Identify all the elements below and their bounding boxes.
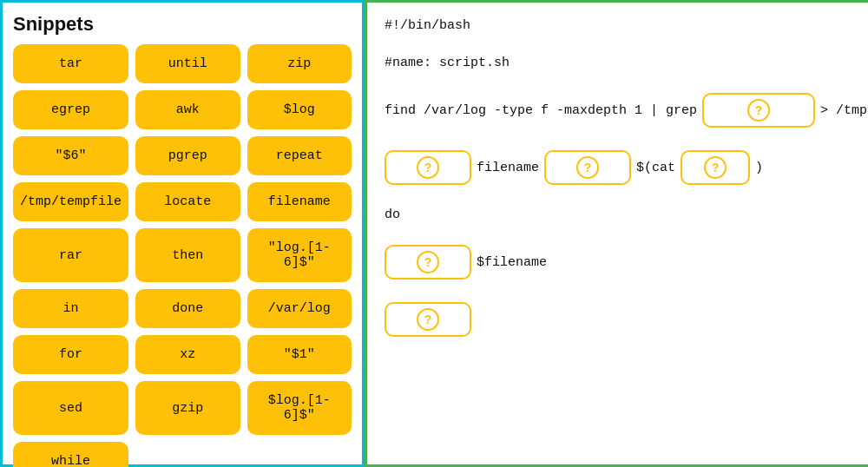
redirect-text: > /tmp/tempfile (820, 103, 868, 118)
question-icon-2: ? (417, 156, 439, 179)
snippet-pgrep[interactable]: pgrep (135, 136, 240, 175)
snippet-varlog[interactable]: /var/log (247, 289, 352, 328)
snippet-6[interactable]: "$6" (13, 136, 128, 175)
shebang-text: #!/bin/bash (385, 18, 470, 33)
snippet-gzip[interactable]: gzip (135, 381, 240, 435)
find-line: find /var/log -type f -maxdepth 1 | grep… (385, 93, 868, 128)
placeholder-grep-arg[interactable]: ? (702, 93, 815, 128)
snippet-log16[interactable]: "log.[1-6]$" (247, 228, 352, 282)
body-line1: ? $filename (385, 245, 868, 280)
snippet-for[interactable]: for (13, 335, 128, 374)
snippet-repeat[interactable]: repeat (247, 136, 352, 175)
shebang-line: #!/bin/bash (385, 18, 868, 33)
snippet-zip[interactable]: zip (247, 44, 352, 83)
snippet-1[interactable]: "$1" (247, 335, 352, 374)
snippet-tmpfile[interactable]: /tmp/tempfile (13, 182, 128, 221)
question-icon-3: ? (576, 156, 599, 179)
find-text: find /var/log -type f -maxdepth 1 | grep (385, 103, 697, 118)
snippet-awk[interactable]: awk (135, 90, 240, 129)
snippet-locate[interactable]: locate (135, 182, 240, 221)
question-icon-6: ? (417, 308, 439, 331)
snippets-title: Snippets (13, 13, 352, 36)
filename-var: $filename (477, 255, 547, 270)
placeholder-cmd1[interactable]: ? (385, 245, 471, 280)
for-line: ? filename ? $(cat ? ) (385, 150, 868, 185)
paren-text: ) (755, 161, 763, 175)
snippet-log[interactable]: $log (247, 90, 352, 129)
snippet-then[interactable]: then (135, 228, 240, 282)
snippet-filename[interactable]: filename (247, 182, 352, 221)
snippets-grid: tar until zip egrep awk $log "$6" pgrep … (13, 44, 352, 467)
snippet-sed[interactable]: sed (13, 381, 128, 435)
question-icon-1: ? (747, 99, 770, 122)
placeholder-cat-arg[interactable]: ? (681, 150, 750, 185)
snippet-while[interactable]: while (13, 442, 128, 467)
snippet-slog16[interactable]: $log.[1-6]$" (247, 381, 352, 435)
do-line: do (385, 207, 868, 222)
cat-text: $(cat (636, 161, 675, 175)
name-text: #name: script.sh (385, 56, 510, 70)
snippet-rar[interactable]: rar (13, 228, 128, 282)
script-panel: #!/bin/bash #name: script.sh find /var/l… (365, 0, 868, 467)
snippet-tar[interactable]: tar (13, 44, 128, 83)
filename-label: filename (477, 161, 539, 175)
do-text: do (385, 207, 400, 222)
snippet-in[interactable]: in (13, 289, 128, 328)
snippet-done[interactable]: done (135, 289, 240, 328)
placeholder-for-var[interactable]: ? (385, 150, 471, 185)
question-icon-4: ? (704, 156, 727, 179)
question-icon-5: ? (417, 251, 439, 273)
snippet-until[interactable]: until (135, 44, 240, 83)
snippet-egrep[interactable]: egrep (13, 90, 128, 129)
snippet-xz[interactable]: xz (135, 335, 240, 374)
placeholder-cmd2[interactable]: ? (385, 302, 471, 337)
snippets-panel: Snippets tar until zip egrep awk $log "$… (0, 0, 365, 467)
placeholder-in[interactable]: ? (544, 150, 631, 185)
body-line2: ? (385, 302, 868, 337)
name-line: #name: script.sh (385, 56, 868, 70)
